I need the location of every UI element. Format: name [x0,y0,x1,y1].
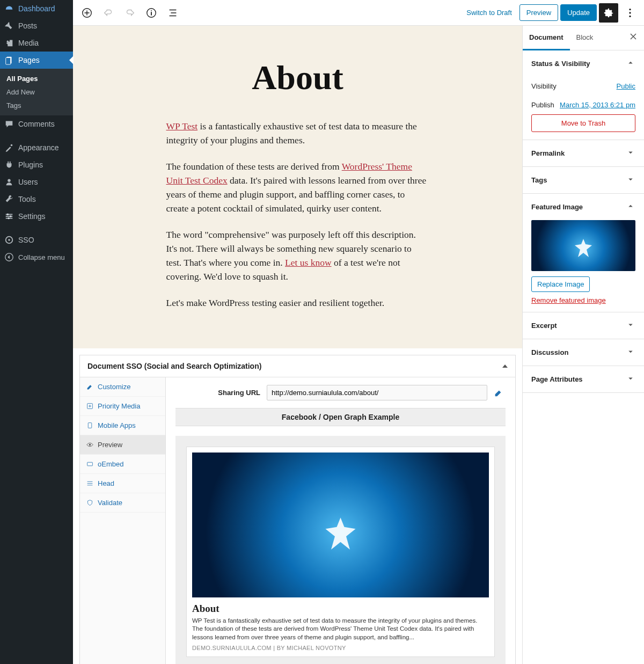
admin-sidebar: Dashboard Posts Media Pages All Pages Ad… [0,0,73,664]
svg-rect-19 [151,12,152,15]
menu-appearance[interactable]: Appearance [0,139,73,156]
visibility-label: Visibility [531,82,557,90]
svg-point-15 [8,239,10,241]
menu-dashboard[interactable]: Dashboard [0,0,73,17]
menu-settings[interactable]: Settings [0,208,73,225]
replace-image-button[interactable]: Replace Image [531,276,590,292]
panel-discussion-header[interactable]: Discussion [523,339,644,366]
sso-tab-mobile-apps[interactable]: Mobile Apps [80,416,165,435]
svg-point-12 [10,215,12,217]
sso-tab-head[interactable]: Head [80,474,165,493]
undo-button[interactable] [99,3,118,23]
svg-point-20 [151,10,152,11]
og-card-meta: DEMO.SURNIAULULA.COM | BY MICHAEL NOVOTN… [192,645,489,651]
add-block-button[interactable] [77,3,97,23]
menu-pages[interactable]: Pages [0,52,73,69]
chevron-up-icon [626,58,635,69]
editor-toolbar: Switch to Draft Preview Update [73,0,644,26]
remove-featured-image-link[interactable]: Remove featured image [531,296,606,304]
page-body[interactable]: WP Test is a fantastically exhaustive se… [166,119,429,310]
chevron-up-icon [626,201,635,213]
settings-sidebar: Document Block Status & Visibility Visib… [522,26,644,664]
chevron-down-icon [626,374,635,385]
sso-metabox-header[interactable]: Document SSO (Social and Search Optimiza… [80,355,515,377]
og-card-desc: WP Test is a fantastically exhaustive se… [192,617,489,642]
eraser-icon[interactable] [491,385,506,400]
sharing-url-input[interactable] [267,385,487,400]
menu-users[interactable]: Users [0,173,73,191]
sharing-url-label: Sharing URL [175,389,267,397]
svg-rect-5 [6,58,11,65]
chevron-down-icon [626,148,635,159]
svg-point-22 [629,12,631,13]
move-to-trash-button[interactable]: Move to Trash [531,114,635,132]
settings-tab-block[interactable]: Block [570,26,600,50]
update-button[interactable]: Update [560,4,597,21]
switch-draft-button[interactable]: Switch to Draft [461,9,517,17]
menu-sso[interactable]: SSO [0,231,73,249]
submenu-tags[interactable]: Tags [0,99,73,112]
og-preview-title: Facebook / Open Graph Example [175,408,506,426]
sso-tab-customize[interactable]: Customize [80,377,165,397]
panel-tags-header[interactable]: Tags [523,167,644,193]
publish-value[interactable]: March 15, 2013 6:21 pm [560,101,635,109]
svg-point-26 [89,444,91,446]
more-menu-button[interactable] [620,3,640,23]
chevron-down-icon [626,320,635,331]
settings-tab-document[interactable]: Document [523,26,570,50]
info-button[interactable] [142,3,161,23]
svg-point-13 [8,217,10,220]
og-card: About WP Test is a fantastically exhaust… [186,447,495,658]
publish-label: Publish [531,101,554,109]
menu-comments[interactable]: Comments [0,115,73,133]
panel-excerpt-header[interactable]: Excerpt [523,312,644,339]
svg-point-11 [7,214,9,216]
chevron-down-icon [626,347,635,358]
svg-point-2 [7,24,8,25]
submenu-pages: All Pages Add New Tags [0,69,73,115]
svg-point-7 [8,179,10,182]
panel-permalink-header[interactable]: Permalink [523,140,644,166]
preview-button[interactable]: Preview [519,4,558,21]
featured-image-thumb[interactable] [531,220,635,271]
og-card-title: About [192,603,489,615]
sso-tab-priority-media[interactable]: Priority Media [80,397,165,416]
sso-tab-preview[interactable]: Preview [80,435,165,455]
sso-tabs: Customize Priority Media Mobile Apps Pre… [80,377,166,664]
settings-toggle-button[interactable] [599,3,618,23]
svg-rect-25 [88,422,92,428]
chevron-down-icon [626,174,635,186]
link-let-us-know[interactable]: Let us know [285,257,332,268]
page-title[interactable]: About [73,58,522,98]
og-card-image [192,453,489,597]
svg-point-23 [629,15,631,17]
visibility-value[interactable]: Public [617,82,635,90]
redo-button[interactable] [120,3,140,23]
svg-point-21 [629,8,631,10]
link-wptest[interactable]: WP Test [166,121,198,132]
sso-metabox: Document SSO (Social and Search Optimiza… [79,355,516,664]
settings-close-button[interactable] [623,26,644,50]
metabox-toggle-icon [502,364,508,368]
panel-featured-header[interactable]: Featured Image [523,194,644,220]
svg-point-6 [11,144,13,147]
submenu-add-new[interactable]: Add New [0,85,73,99]
outline-button[interactable] [163,3,182,23]
sso-tab-validate[interactable]: Validate [80,493,165,513]
panel-page-attributes-header[interactable]: Page Attributes [523,366,644,392]
menu-media[interactable]: Media [0,34,73,52]
collapse-menu[interactable]: Collapse menu [0,249,73,266]
menu-tools[interactable]: Tools [0,191,73,208]
submenu-all-pages[interactable]: All Pages [0,72,73,85]
editor-canvas[interactable]: About WP Test is a fantastically exhaust… [73,26,522,664]
panel-status-header[interactable]: Status & Visibility [523,50,644,77]
menu-posts[interactable]: Posts [0,17,73,34]
svg-rect-27 [87,462,93,466]
sso-tab-oembed[interactable]: oEmbed [80,455,165,474]
menu-plugins[interactable]: Plugins [0,156,73,173]
